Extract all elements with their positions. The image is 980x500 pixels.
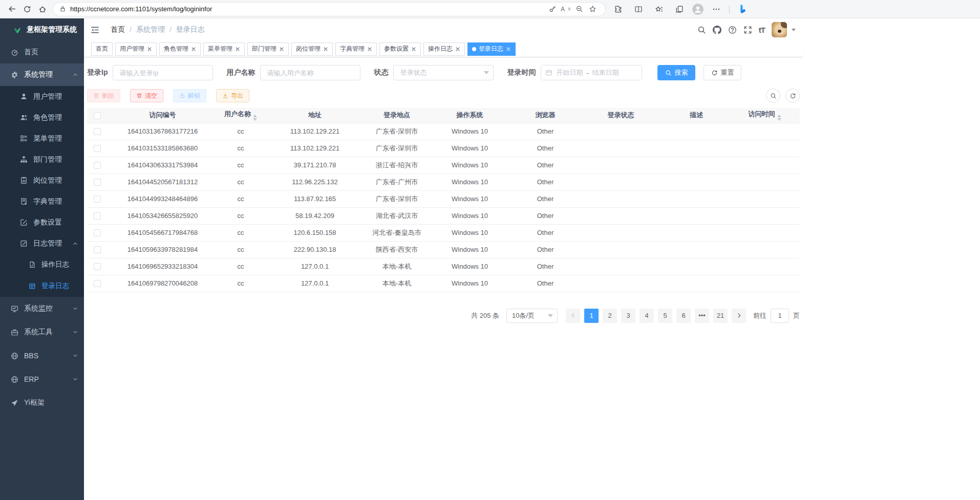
column-header-visit-time[interactable]: 访问时间 — [730, 108, 800, 123]
page-button-2[interactable]: 2 — [603, 309, 617, 323]
sidebar-item-operation-log[interactable]: 操作日志 — [0, 254, 84, 275]
search-button[interactable]: 搜索 — [657, 65, 695, 80]
sidebar-item-erp[interactable]: ERP — [0, 367, 84, 391]
tab-login-log[interactable]: 登录日志 — [467, 42, 516, 56]
prev-page-button[interactable] — [566, 309, 580, 323]
browser-home-icon[interactable] — [35, 2, 50, 16]
close-tab-icon[interactable] — [147, 47, 152, 52]
row-checkbox[interactable] — [94, 263, 101, 270]
password-key-icon[interactable] — [546, 4, 559, 15]
more-pages-button[interactable]: ••• — [695, 309, 709, 323]
page-button-5[interactable]: 5 — [658, 309, 672, 323]
close-tab-icon[interactable] — [455, 47, 460, 52]
tab-dept-mgmt[interactable]: 部门管理 — [247, 42, 289, 56]
favorites-bar-icon[interactable] — [651, 2, 667, 16]
sidebar-item-post-mgmt[interactable]: 岗位管理 — [0, 170, 84, 191]
next-page-button[interactable] — [732, 309, 746, 323]
login-status-select[interactable]: 登录状态 — [393, 65, 494, 80]
sort-carets-icon[interactable] — [777, 115, 781, 121]
github-icon[interactable] — [713, 26, 721, 34]
show-search-toggle-icon[interactable] — [766, 89, 780, 103]
row-checkbox[interactable] — [94, 128, 101, 135]
delete-button[interactable]: 删除 — [87, 89, 120, 102]
page-button-1[interactable]: 1 — [584, 309, 599, 323]
sidebar-item-log-mgmt[interactable]: 日志管理 — [0, 233, 84, 254]
split-screen-icon[interactable] — [631, 2, 646, 16]
extensions-puzzle-icon[interactable] — [610, 2, 626, 16]
close-tab-icon[interactable] — [411, 47, 416, 52]
row-checkbox[interactable] — [94, 179, 101, 186]
browser-back-icon[interactable] — [4, 2, 19, 16]
page-size-select[interactable]: 10条/页 — [506, 309, 558, 323]
tab-param-settings[interactable]: 参数设置 — [379, 42, 421, 56]
sidebar-item-login-log[interactable]: 登录日志 — [0, 275, 84, 297]
sidebar-item-home[interactable]: 首页 — [0, 41, 84, 63]
user-avatar[interactable] — [772, 22, 787, 37]
help-icon[interactable] — [728, 26, 737, 34]
read-aloud-icon[interactable]: A — [559, 4, 572, 15]
row-checkbox[interactable] — [94, 280, 101, 287]
header-select-all[interactable] — [87, 108, 108, 123]
select-all-checkbox[interactable] — [94, 112, 101, 119]
tab-post-mgmt[interactable]: 岗位管理 — [291, 42, 333, 56]
unlock-button[interactable]: 解锁 — [173, 89, 206, 102]
app-logo[interactable]: 意框架管理系统 — [0, 18, 84, 41]
sidebar-item-dept-mgmt[interactable]: 部门管理 — [0, 149, 84, 170]
add-favorite-star-icon[interactable] — [586, 4, 599, 15]
sidebar-item-dict-mgmt[interactable]: 字典管理 — [0, 191, 84, 212]
page-button-4[interactable]: 4 — [640, 309, 654, 323]
sidebar-item-role-mgmt[interactable]: 角色管理 — [0, 107, 84, 128]
breadcrumb-section[interactable]: 系统管理 — [136, 25, 165, 34]
collections-icon[interactable] — [672, 2, 687, 16]
site-lock-icon[interactable] — [59, 6, 66, 12]
refresh-table-icon[interactable] — [785, 89, 800, 103]
breadcrumb-home[interactable]: 首页 — [111, 25, 125, 34]
row-checkbox[interactable] — [94, 246, 101, 253]
row-checkbox[interactable] — [94, 212, 101, 220]
goto-page-input[interactable] — [771, 309, 789, 323]
tab-home[interactable]: 首页 — [91, 42, 113, 56]
close-tab-icon[interactable] — [191, 47, 196, 52]
row-checkbox[interactable] — [94, 195, 101, 203]
browser-profile-avatar[interactable] — [692, 4, 704, 15]
sidebar-collapse-icon[interactable] — [90, 24, 101, 35]
sort-carets-icon[interactable] — [253, 115, 257, 121]
row-checkbox[interactable] — [94, 162, 101, 169]
avatar-caret-down-icon[interactable] — [792, 29, 796, 31]
font-size-icon[interactable]: tT — [759, 26, 765, 34]
browser-refresh-icon[interactable] — [19, 2, 35, 16]
close-tab-icon[interactable] — [506, 47, 511, 52]
fullscreen-icon[interactable] — [743, 26, 752, 34]
login-ip-input[interactable] — [113, 65, 213, 80]
tab-dict-mgmt[interactable]: 字典管理 — [335, 42, 377, 56]
sidebar-item-system-monitor[interactable]: 系统监控 — [0, 297, 84, 320]
header-search-icon[interactable] — [697, 26, 706, 34]
tab-operation-log[interactable]: 操作日志 — [423, 42, 465, 56]
sidebar-item-menu-mgmt[interactable]: 菜单管理 — [0, 128, 84, 149]
reset-button[interactable]: 重置 — [704, 65, 741, 80]
close-tab-icon[interactable] — [279, 47, 284, 52]
close-tab-icon[interactable] — [367, 47, 372, 52]
row-checkbox[interactable] — [94, 145, 101, 152]
clear-button[interactable]: 清空 — [130, 89, 163, 102]
close-tab-icon[interactable] — [323, 47, 328, 52]
page-button-6[interactable]: 6 — [676, 309, 691, 323]
address-bar[interactable]: https://ccnetcore.com:1101/system/log/lo… — [53, 3, 605, 16]
tab-user-mgmt[interactable]: 用户管理 — [115, 42, 157, 56]
login-time-range-picker[interactable]: 开始日期 - 结束日期 — [541, 65, 642, 80]
browser-settings-dots-icon[interactable] — [709, 2, 724, 16]
sidebar-item-system-tools[interactable]: 系统工具 — [0, 320, 84, 344]
user-name-input[interactable] — [260, 65, 360, 80]
sidebar-item-system-mgmt[interactable]: 系统管理 — [0, 63, 84, 86]
sidebar-item-bbs[interactable]: BBS — [0, 344, 84, 367]
sidebar-item-param-settings[interactable]: 参数设置 — [0, 212, 84, 233]
close-tab-icon[interactable] — [235, 47, 240, 52]
column-header-user-name[interactable]: 用户名称 — [218, 108, 264, 123]
bing-copilot-icon[interactable] — [735, 2, 750, 16]
zoom-out-icon[interactable] — [572, 4, 586, 15]
page-button-3[interactable]: 3 — [621, 309, 635, 323]
sidebar-item-user-mgmt[interactable]: 用户管理 — [0, 86, 84, 107]
tab-role-mgmt[interactable]: 角色管理 — [159, 42, 201, 56]
url-text[interactable]: https://ccnetcore.com:1101/system/log/lo… — [70, 5, 546, 13]
sidebar-item-yi-framework[interactable]: Yi框架 — [0, 391, 84, 415]
